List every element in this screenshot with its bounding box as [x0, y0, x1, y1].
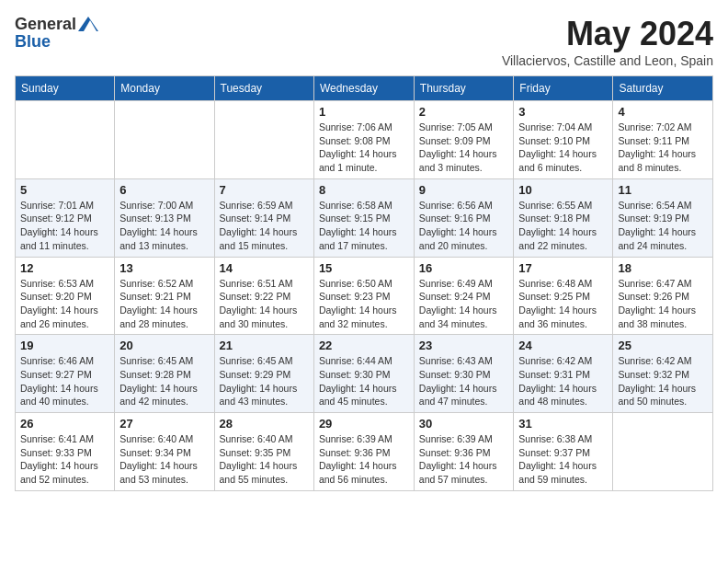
day-number: 10 [518, 183, 608, 197]
calendar-cell: 26Sunrise: 6:41 AMSunset: 9:33 PMDayligh… [16, 413, 115, 491]
day-number: 7 [220, 183, 309, 197]
day-number: 25 [618, 339, 708, 352]
calendar-cell: 4Sunrise: 7:02 AMSunset: 9:11 PMDaylight… [613, 101, 713, 179]
day-info: Sunrise: 6:40 AMSunset: 9:34 PMDaylight:… [119, 432, 209, 487]
day-number: 17 [518, 261, 608, 275]
day-info: Sunrise: 7:04 AMSunset: 9:10 PMDaylight:… [518, 121, 608, 175]
day-number: 12 [20, 261, 109, 275]
calendar-cell [613, 413, 713, 491]
title-block: May 2024 Villaciervos, Castille and Leon… [502, 15, 713, 68]
day-info: Sunrise: 6:59 AMSunset: 9:14 PMDaylight:… [220, 199, 309, 253]
weekday-header: Sunday [16, 76, 115, 101]
day-number: 4 [618, 105, 708, 119]
day-info: Sunrise: 7:00 AMSunset: 9:13 PMDaylight:… [119, 199, 209, 253]
calendar-table: SundayMondayTuesdayWednesdayThursdayFrid… [15, 75, 713, 491]
weekday-header: Friday [514, 76, 613, 101]
location-text: Villaciervos, Castille and Leon, Spain [502, 53, 713, 68]
calendar-cell: 1Sunrise: 7:06 AMSunset: 9:08 PMDaylight… [313, 101, 414, 179]
day-number: 27 [119, 417, 209, 431]
calendar-cell: 27Sunrise: 6:40 AMSunset: 9:34 PMDayligh… [115, 413, 214, 491]
day-info: Sunrise: 7:01 AMSunset: 9:12 PMDaylight:… [20, 199, 109, 253]
calendar-cell: 11Sunrise: 6:54 AMSunset: 9:19 PMDayligh… [613, 178, 713, 257]
day-number: 15 [319, 261, 409, 275]
day-number: 9 [419, 183, 509, 197]
day-info: Sunrise: 6:44 AMSunset: 9:30 PMDaylight:… [319, 354, 409, 408]
day-info: Sunrise: 6:48 AMSunset: 9:25 PMDaylight:… [518, 277, 608, 331]
calendar-cell: 23Sunrise: 6:43 AMSunset: 9:30 PMDayligh… [414, 335, 514, 413]
day-info: Sunrise: 6:39 AMSunset: 9:36 PMDaylight:… [319, 432, 409, 487]
calendar-cell: 30Sunrise: 6:39 AMSunset: 9:36 PMDayligh… [414, 413, 514, 491]
day-info: Sunrise: 6:53 AMSunset: 9:20 PMDaylight:… [20, 277, 109, 331]
day-info: Sunrise: 6:50 AMSunset: 9:23 PMDaylight:… [319, 277, 409, 331]
calendar-cell: 8Sunrise: 6:58 AMSunset: 9:15 PMDaylight… [313, 178, 414, 257]
calendar-cell: 28Sunrise: 6:40 AMSunset: 9:35 PMDayligh… [214, 413, 313, 491]
calendar-cell: 13Sunrise: 6:52 AMSunset: 9:21 PMDayligh… [115, 257, 214, 335]
weekday-header-row: SundayMondayTuesdayWednesdayThursdayFrid… [16, 76, 713, 101]
calendar-week-row: 1Sunrise: 7:06 AMSunset: 9:08 PMDaylight… [16, 101, 713, 179]
day-number: 3 [518, 105, 608, 119]
day-number: 29 [319, 417, 409, 431]
day-info: Sunrise: 6:46 AMSunset: 9:27 PMDaylight:… [20, 354, 109, 408]
day-number: 18 [618, 261, 708, 275]
day-number: 22 [319, 339, 409, 352]
weekday-header: Thursday [414, 76, 514, 101]
day-number: 19 [20, 339, 109, 352]
day-number: 23 [419, 339, 509, 352]
calendar-cell: 17Sunrise: 6:48 AMSunset: 9:25 PMDayligh… [514, 257, 613, 335]
day-number: 28 [220, 417, 309, 431]
day-info: Sunrise: 6:47 AMSunset: 9:26 PMDaylight:… [618, 277, 708, 331]
calendar-cell: 25Sunrise: 6:42 AMSunset: 9:32 PMDayligh… [613, 335, 713, 413]
calendar-cell [214, 101, 313, 179]
day-info: Sunrise: 6:51 AMSunset: 9:22 PMDaylight:… [220, 277, 309, 331]
calendar-cell: 20Sunrise: 6:45 AMSunset: 9:28 PMDayligh… [115, 335, 214, 413]
calendar-week-row: 12Sunrise: 6:53 AMSunset: 9:20 PMDayligh… [16, 257, 713, 335]
calendar-cell: 5Sunrise: 7:01 AMSunset: 9:12 PMDaylight… [16, 178, 115, 257]
day-number: 11 [618, 183, 708, 197]
day-number: 14 [220, 261, 309, 275]
logo: General Blue [15, 15, 98, 52]
day-info: Sunrise: 6:49 AMSunset: 9:24 PMDaylight:… [419, 277, 509, 331]
day-number: 26 [20, 417, 109, 431]
day-number: 20 [119, 339, 209, 352]
calendar-cell: 10Sunrise: 6:55 AMSunset: 9:18 PMDayligh… [514, 178, 613, 257]
calendar-cell: 31Sunrise: 6:38 AMSunset: 9:37 PMDayligh… [514, 413, 613, 491]
day-info: Sunrise: 6:40 AMSunset: 9:35 PMDaylight:… [220, 432, 309, 487]
calendar-cell: 3Sunrise: 7:04 AMSunset: 9:10 PMDaylight… [514, 101, 613, 179]
weekday-header: Saturday [613, 76, 713, 101]
day-number: 8 [319, 183, 409, 197]
calendar-cell: 9Sunrise: 6:56 AMSunset: 9:16 PMDaylight… [414, 178, 514, 257]
weekday-header: Tuesday [214, 76, 313, 101]
day-info: Sunrise: 6:45 AMSunset: 9:29 PMDaylight:… [220, 354, 309, 408]
day-number: 1 [319, 105, 409, 119]
day-info: Sunrise: 6:42 AMSunset: 9:32 PMDaylight:… [618, 354, 708, 408]
calendar-cell: 6Sunrise: 7:00 AMSunset: 9:13 PMDaylight… [115, 178, 214, 257]
month-title: May 2024 [502, 15, 713, 53]
calendar-week-row: 19Sunrise: 6:46 AMSunset: 9:27 PMDayligh… [16, 335, 713, 413]
calendar-cell: 15Sunrise: 6:50 AMSunset: 9:23 PMDayligh… [313, 257, 414, 335]
day-info: Sunrise: 6:54 AMSunset: 9:19 PMDaylight:… [618, 199, 708, 253]
day-number: 2 [419, 105, 509, 119]
day-number: 6 [119, 183, 209, 197]
calendar-cell: 24Sunrise: 6:42 AMSunset: 9:31 PMDayligh… [514, 335, 613, 413]
day-number: 24 [518, 339, 608, 352]
day-info: Sunrise: 7:06 AMSunset: 9:08 PMDaylight:… [319, 121, 409, 175]
weekday-header: Monday [115, 76, 214, 101]
calendar-cell: 22Sunrise: 6:44 AMSunset: 9:30 PMDayligh… [313, 335, 414, 413]
day-info: Sunrise: 6:38 AMSunset: 9:37 PMDaylight:… [518, 432, 608, 487]
day-info: Sunrise: 6:52 AMSunset: 9:21 PMDaylight:… [119, 277, 209, 331]
calendar-cell: 14Sunrise: 6:51 AMSunset: 9:22 PMDayligh… [214, 257, 313, 335]
day-info: Sunrise: 7:02 AMSunset: 9:11 PMDaylight:… [618, 121, 708, 175]
day-info: Sunrise: 6:56 AMSunset: 9:16 PMDaylight:… [419, 199, 509, 253]
calendar-cell [115, 101, 214, 179]
logo-general-text: General [15, 15, 76, 34]
day-info: Sunrise: 6:55 AMSunset: 9:18 PMDaylight:… [518, 199, 608, 253]
calendar-week-row: 26Sunrise: 6:41 AMSunset: 9:33 PMDayligh… [16, 413, 713, 491]
day-number: 31 [518, 417, 608, 431]
calendar-cell: 2Sunrise: 7:05 AMSunset: 9:09 PMDaylight… [414, 101, 514, 179]
calendar-cell: 29Sunrise: 6:39 AMSunset: 9:36 PMDayligh… [313, 413, 414, 491]
day-info: Sunrise: 6:39 AMSunset: 9:36 PMDaylight:… [419, 432, 509, 487]
day-number: 30 [419, 417, 509, 431]
day-info: Sunrise: 6:58 AMSunset: 9:15 PMDaylight:… [319, 199, 409, 253]
day-info: Sunrise: 6:45 AMSunset: 9:28 PMDaylight:… [119, 354, 209, 408]
day-info: Sunrise: 7:05 AMSunset: 9:09 PMDaylight:… [419, 121, 509, 175]
